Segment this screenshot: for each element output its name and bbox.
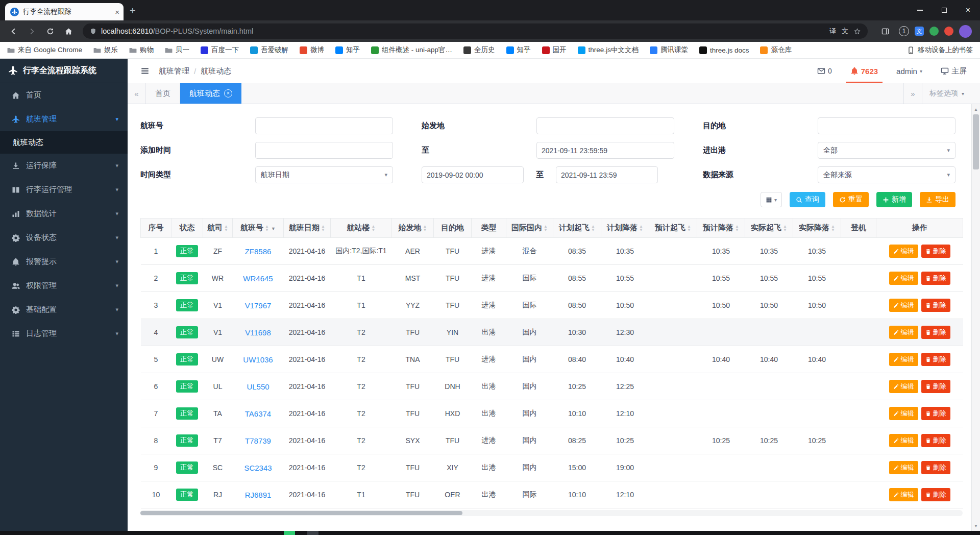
sort-icon[interactable]: ▲▼ bbox=[224, 225, 228, 232]
scroll-up-arrow[interactable]: ▲ bbox=[972, 105, 980, 113]
flight-number-link[interactable]: V11698 bbox=[245, 328, 271, 337]
origin-input[interactable] bbox=[536, 117, 674, 134]
delete-button[interactable]: 删除 bbox=[921, 461, 950, 474]
alerts-button[interactable]: 7623 bbox=[850, 59, 878, 83]
range-start-input[interactable] bbox=[422, 166, 524, 183]
filter-icon[interactable]: ▼ bbox=[271, 226, 276, 231]
tab-flight-dynamics[interactable]: 航班动态 × bbox=[180, 83, 241, 104]
flight-number-link[interactable]: V17967 bbox=[245, 301, 272, 310]
sidebar-item-operation-support[interactable]: 运行保障▾ bbox=[0, 154, 128, 178]
delete-button[interactable]: 删除 bbox=[921, 245, 950, 258]
inout-port-select[interactable]: 全部 ▾ bbox=[818, 142, 955, 159]
window-minimize-button[interactable] bbox=[908, 0, 932, 20]
delete-button[interactable]: 删除 bbox=[921, 272, 950, 285]
table-row[interactable]: 2正常WRWR46452021-04-16T1MSTTFU进港国际08:5510… bbox=[141, 265, 963, 292]
tab-options-dropdown[interactable]: 标签选项 ▾ bbox=[922, 83, 971, 104]
mobile-bookmarks-item[interactable]: 移动设备上的书签 bbox=[907, 45, 973, 55]
edit-button[interactable]: 编辑 bbox=[889, 488, 918, 501]
sidebar-item-home[interactable]: 首页 bbox=[0, 83, 128, 107]
sidebar-item-data-statistics[interactable]: 数据统计▾ bbox=[0, 202, 128, 226]
edit-button[interactable]: 编辑 bbox=[889, 326, 918, 339]
breadcrumb-section[interactable]: 航班管理 bbox=[159, 66, 189, 76]
edit-button[interactable]: 编辑 bbox=[889, 299, 918, 312]
bookmark-item[interactable]: 国开 bbox=[542, 45, 567, 55]
bookmark-item[interactable]: three.js中文文档 bbox=[578, 45, 639, 55]
sort-icon[interactable]: ▲▼ bbox=[639, 225, 643, 232]
flight-number-link[interactable]: RJ6891 bbox=[245, 491, 272, 499]
vertical-scrollbar[interactable]: ▲ ▼ bbox=[971, 104, 980, 531]
tab-close-icon[interactable]: × bbox=[224, 89, 232, 98]
table-row[interactable]: 8正常T7T787392021-04-16T2SYXTFU进港国内08:2510… bbox=[141, 427, 963, 454]
bookmark-star-icon[interactable] bbox=[854, 28, 861, 35]
security-shield-icon[interactable] bbox=[90, 28, 96, 35]
bookmark-item[interactable]: 知乎 bbox=[335, 45, 360, 55]
bookmark-item[interactable]: 组件概述 - uni-app官… bbox=[371, 45, 452, 55]
sort-icon[interactable]: ▲▼ bbox=[321, 225, 325, 232]
sidebar-item-basic-config[interactable]: 基础配置▾ bbox=[0, 298, 128, 322]
delete-button[interactable]: 删除 bbox=[921, 434, 950, 447]
edit-button[interactable]: 编辑 bbox=[889, 353, 918, 366]
column-header[interactable]: 始发地▲▼ bbox=[392, 218, 434, 238]
forward-icon[interactable] bbox=[23, 23, 40, 39]
sidebar-item-device-status[interactable]: 设备状态▾ bbox=[0, 226, 128, 250]
delete-button[interactable]: 删除 bbox=[921, 353, 950, 366]
bookmark-item[interactable]: 娱乐 bbox=[93, 45, 118, 55]
fullscreen-button[interactable]: 主屏 bbox=[941, 59, 967, 83]
hamburger-menu-icon[interactable] bbox=[140, 66, 150, 76]
columns-toggle-button[interactable]: ▾ bbox=[761, 192, 782, 207]
translate-icon[interactable]: 文 bbox=[842, 27, 848, 36]
edit-button[interactable]: 编辑 bbox=[889, 434, 918, 447]
user-menu[interactable]: admin ▾ bbox=[896, 59, 922, 83]
delete-button[interactable]: 删除 bbox=[921, 326, 950, 339]
reset-button[interactable]: 重置 bbox=[833, 192, 869, 207]
messages-button[interactable]: 0 bbox=[817, 59, 832, 83]
flight-number-link[interactable]: T78739 bbox=[245, 436, 271, 445]
flight-number-link[interactable]: SC2343 bbox=[244, 464, 272, 472]
sort-icon[interactable]: ▲▼ bbox=[372, 225, 376, 232]
destination-input[interactable] bbox=[818, 117, 955, 134]
edit-button[interactable]: 编辑 bbox=[889, 461, 918, 474]
scroll-down-arrow[interactable]: ▼ bbox=[972, 522, 980, 530]
window-maximize-button[interactable] bbox=[932, 0, 956, 20]
extension-icon[interactable]: 译 bbox=[829, 27, 836, 36]
translate-extension-icon[interactable]: 文 bbox=[915, 27, 924, 36]
edit-button[interactable]: 编辑 bbox=[889, 272, 918, 285]
extension-dot-green-icon[interactable] bbox=[929, 27, 939, 36]
update-badge-icon[interactable]: 1 bbox=[899, 26, 909, 36]
tabs-scroll-right-button[interactable]: » bbox=[903, 83, 922, 104]
query-button[interactable]: 查询 bbox=[790, 192, 825, 207]
sidebar-item-baggage-operation[interactable]: 行李运行管理▾ bbox=[0, 178, 128, 202]
profile-avatar[interactable] bbox=[959, 25, 972, 38]
bookmark-item[interactable]: 源仓库 bbox=[760, 45, 792, 55]
tab-close-icon[interactable]: × bbox=[115, 8, 119, 16]
column-header[interactable]: 实际降落▲▼ bbox=[793, 218, 841, 238]
tab-home[interactable]: 首页 bbox=[146, 83, 180, 104]
column-header[interactable]: 航司▲▼ bbox=[203, 218, 233, 238]
bookmark-item[interactable]: 购物 bbox=[129, 45, 154, 55]
tabs-scroll-left-button[interactable]: « bbox=[128, 83, 146, 104]
column-header[interactable]: 预计起飞▲▼ bbox=[649, 218, 697, 238]
add-button[interactable]: 新增 bbox=[876, 192, 912, 207]
new-tab-button[interactable]: + bbox=[130, 5, 136, 17]
breadcrumb-current[interactable]: 航班动态 bbox=[201, 66, 231, 76]
sidebar-item-alarm-alerts[interactable]: 报警提示▾ bbox=[0, 250, 128, 274]
range-end-input[interactable] bbox=[556, 166, 658, 183]
browser-home-icon[interactable] bbox=[60, 23, 77, 39]
sidebar-subitem[interactable]: 航班动态 bbox=[0, 131, 128, 154]
edit-button[interactable]: 编辑 bbox=[889, 245, 918, 258]
sidebar-item-flight-management[interactable]: 航班管理▾ bbox=[0, 107, 128, 131]
table-row[interactable]: 7正常TATA63742021-04-16T2TFUHXD出港国内10:1012… bbox=[141, 400, 963, 427]
delete-button[interactable]: 删除 bbox=[921, 380, 950, 393]
column-header[interactable]: 计划降落▲▼ bbox=[601, 218, 649, 238]
sort-icon[interactable]: ▲▼ bbox=[735, 225, 739, 232]
bookmark-item[interactable]: 腾讯课堂 bbox=[650, 45, 688, 55]
delete-button[interactable]: 删除 bbox=[921, 407, 950, 420]
flight-number-link[interactable]: WR4645 bbox=[243, 274, 273, 283]
browser-tab[interactable]: 行李全流程跟踪 × bbox=[5, 3, 124, 20]
sort-icon[interactable]: ▲▼ bbox=[265, 225, 269, 232]
window-close-button[interactable]: × bbox=[956, 0, 980, 20]
sort-icon[interactable]: ▲▼ bbox=[687, 225, 691, 232]
edit-button[interactable]: 编辑 bbox=[889, 407, 918, 420]
export-button[interactable]: 导出 bbox=[920, 192, 955, 207]
delete-button[interactable]: 删除 bbox=[921, 299, 950, 312]
